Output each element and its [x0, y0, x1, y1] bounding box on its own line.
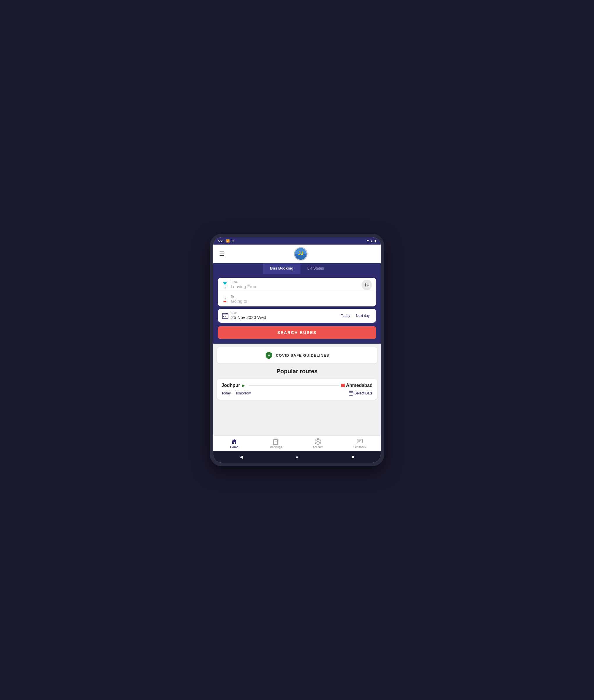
- sim-icon: 📶: [226, 239, 230, 243]
- route-to-dot: [341, 384, 345, 387]
- date-label: Date: [231, 312, 338, 315]
- svg-rect-7: [226, 313, 227, 314]
- nav-account[interactable]: Account: [297, 436, 339, 451]
- status-time-area: 5:25 📶 ⊙: [218, 239, 234, 243]
- route-tomorrow-button[interactable]: Tomorrow: [235, 391, 251, 395]
- route-to-city: Ahmedabad: [346, 383, 372, 388]
- svg-rect-12: [350, 391, 351, 392]
- app-logo: JJ ®: [294, 247, 308, 261]
- popular-routes-title: Popular routes: [217, 368, 377, 375]
- account-icon: [315, 438, 321, 445]
- bookings-icon: [273, 438, 279, 445]
- bottom-nav: Home Bookings: [213, 435, 381, 451]
- svg-text:JJ: JJ: [298, 251, 303, 256]
- svg-text:+: +: [268, 353, 270, 357]
- logo-svg: JJ ®: [294, 247, 307, 260]
- wifi-icon: ▾: [367, 239, 369, 243]
- android-recent-button[interactable]: ■: [350, 454, 356, 460]
- nav-feedback[interactable]: Feedback: [339, 436, 381, 451]
- svg-point-16: [317, 440, 319, 442]
- select-date-label: Select Date: [355, 391, 372, 395]
- from-label: From: [231, 281, 372, 284]
- to-label: To: [231, 295, 372, 298]
- route-from-city: Jodhpur: [222, 383, 240, 388]
- nav-bookings[interactable]: Bookings: [255, 436, 297, 451]
- to-content: To Going to: [231, 295, 372, 304]
- nav-home-label: Home: [230, 446, 238, 449]
- svg-rect-6: [224, 313, 224, 314]
- content-area: + COVID SAFE GUIDELINES Popular routes J…: [213, 344, 381, 435]
- screen: 5:25 📶 ⊙ ▾ ▲ ▮ ☰ JJ ®: [213, 237, 381, 463]
- popular-routes-section: Popular routes Jodhpur ▶ Ahmedabad Tod: [217, 368, 377, 400]
- nav-account-label: Account: [313, 446, 323, 449]
- feedback-icon: [356, 438, 363, 445]
- search-buses-button[interactable]: SEARCH BUSES: [218, 326, 376, 339]
- swap-icon: [364, 282, 369, 287]
- status-bar: 5:25 📶 ⊙ ▾ ▲ ▮: [213, 237, 381, 245]
- status-icons: ▾ ▲ ▮: [367, 239, 376, 243]
- date-content: Date 25 Nov 2020 Wed: [231, 312, 338, 320]
- route-row: Jodhpur ▶ Ahmedabad: [222, 383, 372, 388]
- to-field-row[interactable]: To Going to: [218, 292, 376, 307]
- booking-area: From Leaving From: [213, 274, 381, 344]
- android-home-button[interactable]: ●: [294, 454, 300, 460]
- today-button[interactable]: Today: [338, 313, 353, 319]
- date-value: 25 Nov 2020 Wed: [231, 315, 338, 320]
- app-header: ☰ JJ ®: [213, 245, 381, 263]
- next-day-button[interactable]: Next day: [354, 313, 372, 319]
- battery-icon: ▮: [374, 239, 376, 243]
- to-icon: [222, 296, 228, 302]
- route-arrow-icon: ▶: [242, 383, 245, 388]
- route-to-container: Ahmedabad: [341, 383, 372, 388]
- from-icon: [222, 282, 228, 288]
- nav-home[interactable]: Home: [213, 436, 255, 451]
- covid-banner[interactable]: + COVID SAFE GUIDELINES: [217, 347, 377, 363]
- data-icon: ⊙: [231, 239, 234, 243]
- calendar-icon: [222, 313, 228, 319]
- tabs-container: Bus Booking LR Status: [213, 263, 381, 274]
- select-date-calendar-icon: [349, 391, 353, 396]
- tab-lr-status[interactable]: LR Status: [300, 263, 331, 274]
- from-card: From Leaving From: [218, 278, 376, 307]
- android-back-button[interactable]: ◀: [238, 454, 244, 460]
- route-line: [249, 385, 339, 386]
- svg-rect-13: [352, 391, 352, 392]
- android-nav: ◀ ● ■: [213, 451, 381, 463]
- hamburger-menu[interactable]: ☰: [218, 249, 226, 258]
- tab-bus-booking[interactable]: Bus Booking: [263, 263, 300, 274]
- shield-icon: +: [265, 351, 273, 359]
- to-input[interactable]: Going to: [231, 299, 372, 304]
- nav-bookings-label: Bookings: [270, 446, 282, 449]
- date-shortcuts: Today | Next day: [338, 313, 372, 319]
- route-today-button[interactable]: Today: [222, 391, 231, 395]
- from-input[interactable]: Leaving From: [231, 284, 372, 289]
- route-date-links: Today | Tomorrow: [222, 391, 251, 396]
- from-field-row[interactable]: From Leaving From: [218, 278, 376, 292]
- signal-icon: ▲: [370, 239, 373, 243]
- svg-rect-9: [225, 316, 226, 317]
- swap-button[interactable]: [362, 280, 372, 290]
- home-icon: [231, 438, 238, 445]
- svg-rect-11: [349, 391, 353, 395]
- date-card[interactable]: Date 25 Nov 2020 Wed Today | Next day: [218, 309, 376, 323]
- route-card-jodhpur-ahmedabad: Jodhpur ▶ Ahmedabad Today | Tomorrow: [217, 379, 377, 400]
- logo-container: JJ ®: [226, 247, 376, 261]
- covid-text: COVID SAFE GUIDELINES: [276, 353, 329, 357]
- route-dates: Today | Tomorrow Select Date: [222, 391, 372, 396]
- select-date-button[interactable]: Select Date: [349, 391, 372, 396]
- svg-text:®: ®: [305, 249, 306, 251]
- svg-rect-18: [357, 439, 362, 443]
- nav-feedback-label: Feedback: [353, 446, 366, 449]
- from-content: From Leaving From: [231, 281, 372, 289]
- device-frame: 5:25 📶 ⊙ ▾ ▲ ▮ ☰ JJ ®: [210, 234, 384, 466]
- status-time: 5:25: [218, 239, 224, 243]
- svg-rect-8: [223, 316, 224, 317]
